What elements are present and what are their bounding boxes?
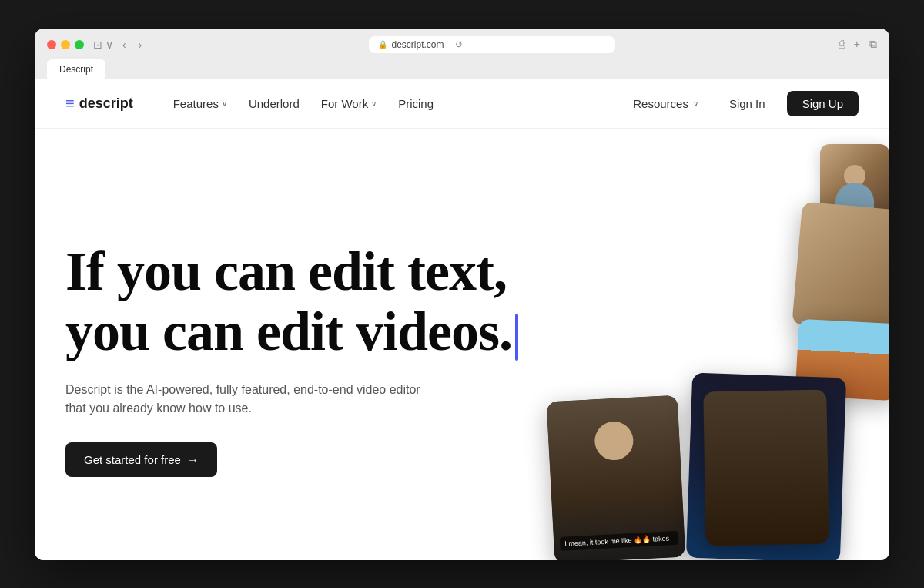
nav-pricing[interactable]: Pricing (389, 92, 443, 115)
browser-controls: ⊡ ∨ ‹ › (93, 37, 145, 52)
thumbnail-studio (703, 389, 829, 546)
address-bar-container: 🔒 descript.com ↺ (154, 36, 829, 53)
nav-underlord[interactable]: Underlord (239, 92, 309, 115)
active-tab[interactable]: Descript (47, 59, 105, 79)
cta-button[interactable]: Get started for free → (65, 442, 217, 477)
nav-features[interactable]: Features ∨ (164, 92, 236, 115)
page-content: ≡ descript Features ∨ Underlord For Work… (35, 79, 889, 560)
new-tab-icon[interactable]: + (854, 38, 860, 51)
navigation: ≡ descript Features ∨ Underlord For Work… (35, 79, 889, 129)
traffic-lights (47, 40, 84, 49)
close-button[interactable] (47, 40, 56, 49)
forward-button[interactable]: › (136, 37, 146, 52)
back-button[interactable]: ‹ (119, 37, 129, 52)
hero-subtext: Descript is the AI-powered, fully featur… (65, 381, 435, 418)
logo[interactable]: ≡ descript (65, 95, 133, 113)
thumbnail-subtitle: I mean, it took me like 🔥🔥 takes (560, 530, 679, 550)
logo-text: descript (79, 96, 133, 112)
browser-window: ⊡ ∨ ‹ › 🔒 descript.com ↺ ⎙ + ⧉ Descript (35, 29, 889, 560)
nav-for-work[interactable]: For Work ∨ (312, 92, 386, 115)
browser-titlebar: ⊡ ∨ ‹ › 🔒 descript.com ↺ ⎙ + ⧉ (47, 36, 877, 53)
share-icon[interactable]: ⎙ (839, 38, 845, 51)
sign-in-button[interactable]: Sign In (720, 92, 775, 115)
maximize-button[interactable] (75, 40, 84, 49)
tabs-icon[interactable]: ⧉ (869, 38, 877, 51)
address-bar[interactable]: 🔒 descript.com ↺ (369, 36, 615, 53)
browser-actions: ⎙ + ⧉ (839, 38, 877, 51)
refresh-button[interactable]: ↺ (455, 39, 463, 50)
chevron-down-icon: ∨ (371, 99, 377, 108)
hero-section: If you can edit text, you can edit video… (35, 129, 889, 560)
nav-links: Features ∨ Underlord For Work ∨ Pricing (164, 92, 624, 115)
arrow-icon: → (187, 453, 199, 466)
hero-text: If you can edit text, you can edit video… (65, 242, 589, 477)
logo-icon: ≡ (65, 95, 75, 113)
chevron-down-icon: ∨ (693, 99, 698, 108)
browser-chrome: ⊡ ∨ ‹ › 🔒 descript.com ↺ ⎙ + ⧉ Descript (35, 29, 889, 79)
lock-icon: 🔒 (378, 40, 387, 49)
chevron-down-icon: ∨ (222, 99, 227, 108)
sidebar-toggle[interactable]: ⊡ ∨ (93, 39, 113, 51)
url-text: descript.com (392, 39, 444, 50)
thumbnail-studio-person (703, 389, 829, 546)
minimize-button[interactable] (61, 40, 70, 49)
browser-tabs: Descript (47, 59, 877, 79)
nav-resources[interactable]: Resources ∨ (624, 92, 708, 115)
nav-right: Resources ∨ Sign In Sign Up (624, 91, 859, 116)
hero-headline: If you can edit text, you can edit video… (65, 242, 589, 362)
cursor-bar (515, 314, 518, 361)
sign-up-button[interactable]: Sign Up (787, 91, 859, 116)
thumbnail-hands (792, 201, 889, 333)
